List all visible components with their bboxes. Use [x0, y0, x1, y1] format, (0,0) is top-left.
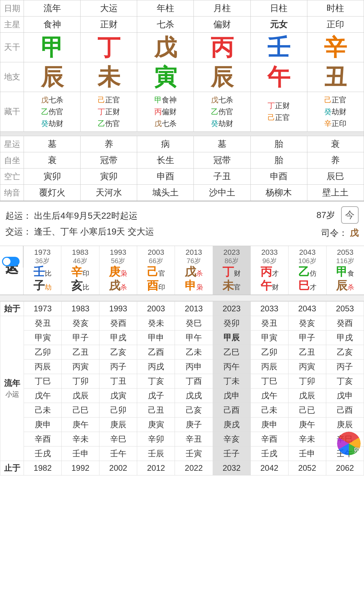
calendar-icon[interactable]: 今: [341, 206, 359, 224]
tg-nian: 戊: [137, 33, 194, 62]
ly-2043-y4: 丙寅: [288, 359, 326, 374]
dy-tg-1983: 辛印: [71, 265, 89, 279]
ly-end-2032: 2032: [213, 461, 250, 475]
xy-yue: 墓: [194, 136, 250, 152]
dayun-toggle[interactable]: [0, 255, 23, 268]
ly-1993-y2: 甲戌: [99, 330, 137, 345]
zz-yue: 冠带: [194, 152, 250, 168]
ly-1973-y3: 乙卯: [24, 345, 62, 359]
kw-dayun: 寅卯: [81, 168, 137, 185]
tg-ri: 壬: [250, 33, 307, 62]
kw-nian: 申酉: [137, 168, 194, 185]
zhuxing-ri: 元女: [250, 17, 307, 33]
ly-end-2022: 2022: [175, 461, 213, 475]
liuyun-row-10: 壬戌 壬申 壬午 壬辰 壬寅 壬子 壬戌 壬申 壬午: [0, 446, 364, 461]
jiaoyun-label: 交运：: [5, 226, 32, 237]
dy-dz-2023: 未官: [222, 279, 241, 292]
ly-2033-y1: 癸丑: [250, 316, 288, 330]
ly-2053-y6: 戊申: [326, 388, 364, 403]
tg-yue: 丙: [194, 33, 250, 62]
ly-2033-y8: 庚申: [250, 417, 288, 432]
liuyun-label: 流年: [0, 377, 24, 389]
ly-2033-y2: 甲寅: [250, 330, 288, 345]
ly-2013-y2: 甲午: [175, 330, 213, 345]
liuyun-table: 始于 1973 1983 1993 2003 2013 2023 2033 20…: [0, 301, 364, 475]
ly-1973-y5: 丁巳: [24, 374, 62, 388]
dy-age-2023: 86岁: [224, 257, 239, 265]
ly-2023-y10: 壬子: [213, 446, 250, 461]
row-zhuxing: 主星 食神 正财 七杀 偏财 元女 正印: [0, 17, 364, 33]
dayun-col-1993: 1993 56岁 庚枭 戌杀: [99, 246, 137, 295]
dy-dz-1973: 子劫: [33, 279, 52, 292]
ly-2013-y9: 辛丑: [175, 432, 213, 446]
zanggan-label: 藏干: [0, 92, 24, 132]
row-zanggan: 藏干 戊七杀 乙伤官 癸劫财 己正官 丁正财 乙伤官 甲食神 丙偏财 戊七杀 戊…: [0, 92, 364, 132]
zg-ri: 丁正财 己正官: [250, 92, 307, 132]
ly-2023-y1: 癸卯: [213, 316, 250, 330]
dayun-label: 大运: [0, 246, 23, 255]
watermark-text: 卯: [354, 447, 359, 454]
ly-2003-y6: 戊子: [137, 388, 175, 403]
dy-year-2023: 2023: [223, 248, 240, 257]
ly-2013-y3: 乙未: [175, 345, 213, 359]
tg-shi: 辛: [307, 33, 364, 62]
dy-year-1993: 1993: [110, 248, 126, 257]
ly-1983-y10: 壬申: [62, 446, 99, 461]
ny-ri: 杨柳木: [250, 185, 307, 201]
ly-1983-y5: 丁卯: [62, 374, 99, 388]
dayun-col-2033: 2033 96岁 丙才 午财: [251, 246, 289, 295]
toggle-switch[interactable]: [2, 257, 20, 266]
ly-2003-y9: 辛卯: [137, 432, 175, 446]
liuyun-start-row: 始于 1973 1983 1993 2003 2013 2023 2033 20…: [0, 301, 364, 316]
dayun-section: 大运 1973 36岁 壬比 子劫 1983 46岁: [0, 246, 364, 295]
ly-2013-y10: 壬寅: [175, 446, 213, 461]
ly-2033-y3: 乙卯: [250, 345, 288, 359]
ly-1983-y2: 甲子: [62, 330, 99, 345]
dy-tg-2043: 乙仿: [298, 265, 316, 279]
kw-liuyun: 寅卯: [24, 168, 81, 185]
ly-2013-y6: 戊戌: [175, 388, 213, 403]
dayun-cols: 1973 36岁 壬比 子劫 1983 46岁 辛印 亥比: [24, 246, 364, 295]
dy-dz-2053: 辰杀: [336, 279, 354, 292]
jiaoyun-line: 交运： 逢壬、丁年 小寒后19天 交大运: [5, 224, 316, 240]
zg-yue: 戊七杀 乙伤官 癸劫财: [194, 92, 250, 132]
ly-1973-y7: 己未: [24, 403, 62, 417]
ly-2023-y6: 戊申: [213, 388, 250, 403]
zz-dayun: 冠带: [81, 152, 137, 168]
ly-2003-y7: 己丑: [137, 403, 175, 417]
ly-2043-y1: 癸亥: [288, 316, 326, 330]
ly-start-2053: 2053: [326, 301, 364, 316]
ly-2033-y7: 己未: [250, 403, 288, 417]
ly-start-2023: 2023: [213, 301, 250, 316]
ly-start-2003: 2003: [137, 301, 175, 316]
row-xingyun: 星运 墓 养 病 墓 胎 衰: [0, 136, 364, 152]
ly-2053-y2: 甲戌: [326, 330, 364, 345]
dy-year-2013: 2013: [186, 248, 202, 257]
dy-year-2033: 2033: [261, 248, 278, 257]
ly-1973-y6: 戊午: [24, 388, 62, 403]
ly-2013-y7: 己亥: [175, 403, 213, 417]
ly-1993-y1: 癸酉: [99, 316, 137, 330]
ly-2043-y10: 壬申: [288, 446, 326, 461]
dy-year-2003: 2003: [148, 248, 164, 257]
dayun-header-row: 大运 1973 36岁 壬比 子劫 1983 46岁: [0, 246, 364, 295]
ly-2043-y6: 戊辰: [288, 388, 326, 403]
ly-2023-y8: 庚戌: [213, 417, 250, 432]
ly-2023-y4: 丙午: [213, 359, 250, 374]
ly-2053-y3: 乙亥: [326, 345, 364, 359]
dz-nian: 寅: [137, 62, 194, 92]
section-spacer: [0, 295, 364, 301]
dy-dz-2033: 午财: [261, 279, 279, 292]
ly-2003-y2: 甲申: [137, 330, 175, 345]
row-dizhi: 地支 辰 未 寅 辰 午 丑: [0, 62, 364, 92]
col-liuyun: 流年: [24, 0, 81, 17]
ly-2043-y5: 丁卯: [288, 374, 326, 388]
kw-ri: 申酉: [250, 168, 307, 185]
ly-end-2042: 2042: [250, 461, 288, 475]
dy-dz-1983: 亥比: [71, 279, 89, 292]
dy-tg-1973: 壬比: [33, 265, 52, 279]
qijiao-section: 起运： 出生后4年9月5天22时起运 交运： 逢壬、丁年 小寒后19天 交大运 …: [0, 201, 364, 246]
zg-shi: 己正官 癸劫财 辛正印: [307, 92, 364, 132]
dy-tg-2013: 戊杀: [185, 265, 203, 279]
zg-liuyun: 戊七杀 乙伤官 癸劫财: [24, 92, 81, 132]
